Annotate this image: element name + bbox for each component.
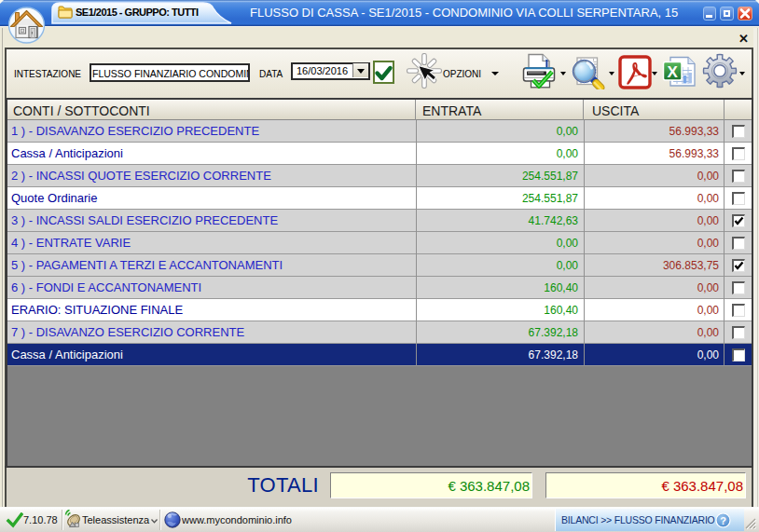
svg-text:?: ? <box>720 515 726 526</box>
svg-text:X: X <box>668 63 679 81</box>
